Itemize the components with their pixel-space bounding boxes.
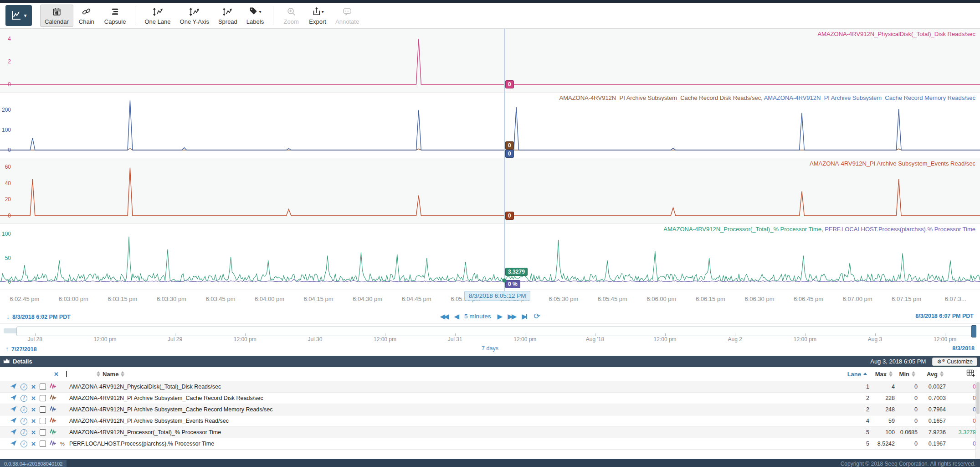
table-row[interactable]: i✕AMAZONA-4RV912N_PI Archive Subsystem_C… xyxy=(0,393,980,404)
step-back-button[interactable]: ◀ xyxy=(454,312,458,321)
display-range-start[interactable]: ↓8/3/2018 6:02 PM PDT xyxy=(6,313,71,320)
y-axis-tick: 100 xyxy=(0,231,11,237)
toolbar-button-chain[interactable]: Chain xyxy=(73,5,100,27)
row-checkbox[interactable] xyxy=(40,429,46,436)
x-axis-tick-label: 6:03:30 pm xyxy=(147,296,196,302)
toolbar-button-one-y-axis[interactable]: One Y-Axis xyxy=(175,5,214,27)
row-min: 0 xyxy=(895,395,918,401)
sort-avg-control[interactable] xyxy=(940,371,944,377)
customize-button[interactable]: ⚙⚙ Customize xyxy=(932,358,977,366)
step-to-now-button[interactable]: ▶ xyxy=(522,312,527,321)
lane-label[interactable]: AMAZONA-4RV912N_Processor(_Total)_% Proc… xyxy=(663,226,975,233)
slider-start-date[interactable]: ↑7/27/2018 xyxy=(5,345,37,353)
chart-lanes: 420AMAZONA-4RV912N_PhysicalDisk(_Total)_… xyxy=(0,29,980,290)
chart-lane-1[interactable]: 420AMAZONA-4RV912N_PhysicalDisk(_Total)_… xyxy=(0,29,980,93)
row-name[interactable]: AMAZONA-4RV912N_PI Archive Subsystem_Cac… xyxy=(67,406,846,413)
column-header-min[interactable]: Min xyxy=(899,371,909,378)
remove-icon[interactable]: ✕ xyxy=(31,418,36,425)
remove-icon[interactable]: ✕ xyxy=(31,395,36,402)
remove-icon[interactable]: ✕ xyxy=(31,441,36,447)
row-checkbox[interactable] xyxy=(40,406,46,413)
step-forward-button[interactable]: ▶ xyxy=(498,312,502,321)
trend-chart-area[interactable]: 420AMAZONA-4RV912N_PhysicalDisk(_Total)_… xyxy=(0,29,980,323)
column-header-avg[interactable]: Avg xyxy=(927,371,938,378)
lane-label[interactable]: AMAZONA-4RV912N_PhysicalDisk(_Total)_Dis… xyxy=(817,31,975,37)
row-name[interactable]: PERF.LOCALHOST.Process(piarchss).% Proce… xyxy=(67,441,846,447)
slider-selection[interactable] xyxy=(16,327,974,336)
view-selector-button[interactable]: ▾ xyxy=(5,5,32,26)
info-icon[interactable]: i xyxy=(21,395,27,402)
toolbar-button-one-lane[interactable]: One Lane xyxy=(140,5,175,27)
sort-lane-asc-icon[interactable] xyxy=(863,373,867,376)
column-header-max[interactable]: Max xyxy=(875,371,887,378)
signal-wave-icon xyxy=(50,440,56,447)
add-column-icon[interactable] xyxy=(966,369,976,379)
row-lane: 1 xyxy=(846,384,869,390)
chart-lane-2[interactable]: 2001000AMAZONA-4RV912N_PI Archive Subsys… xyxy=(0,93,980,158)
sort-name-control[interactable] xyxy=(121,371,124,377)
table-row[interactable]: i✕AMAZONA-4RV912N_Processor(_Total)_% Pr… xyxy=(0,427,980,438)
chart-lane-4[interactable]: 6040200AMAZONA-4RV912N_PI Archive Subsys… xyxy=(0,158,980,224)
table-scrollbar[interactable] xyxy=(975,381,980,459)
chain-icon xyxy=(82,6,91,17)
info-icon[interactable]: i xyxy=(21,406,27,413)
remove-icon[interactable]: ✕ xyxy=(31,429,36,436)
lane-label[interactable]: AMAZONA-4RV912N_PI Archive Subsystem_Eve… xyxy=(810,160,975,167)
slider-tick-label: 12:00 pm xyxy=(934,336,956,342)
refresh-icon[interactable]: ⟳ xyxy=(534,311,540,321)
sort-color-control[interactable] xyxy=(97,371,100,377)
remove-icon[interactable]: ✕ xyxy=(31,384,36,390)
slider-end-date[interactable]: 8/3/2018 xyxy=(952,345,975,352)
send-to-icon[interactable] xyxy=(10,405,17,414)
series-label[interactable]: AMAZONA-4RV912N_PhysicalDisk(_Total)_Dis… xyxy=(817,31,975,37)
slider-tick xyxy=(105,333,105,336)
remove-icon[interactable]: ✕ xyxy=(31,406,36,413)
table-row[interactable]: i✕AMAZONA-4RV912N_PhysicalDisk(_Total)_D… xyxy=(0,381,980,393)
info-icon[interactable]: i xyxy=(21,384,27,390)
send-to-icon[interactable] xyxy=(10,428,17,436)
table-row[interactable]: i✕AMAZONA-4RV912N_PI Archive Subsystem_E… xyxy=(0,415,980,427)
slider-tick-label: 12:00 pm xyxy=(794,336,816,342)
send-to-icon[interactable] xyxy=(10,440,17,448)
series-label[interactable]: AMAZONA-4RV912N_Processor(_Total)_% Proc… xyxy=(663,226,825,233)
row-checkbox[interactable] xyxy=(40,418,46,424)
series-label[interactable]: AMAZONA-4RV912N_PI Archive Subsystem_Eve… xyxy=(810,160,975,167)
toolbar-button-spread[interactable]: Spread xyxy=(214,5,242,27)
table-row[interactable]: i✕%PERF.LOCALHOST.Process(piarchss).% Pr… xyxy=(0,438,980,450)
step-back-half-button[interactable]: ◀◀ xyxy=(440,312,447,321)
display-range-end[interactable]: 8/3/2018 6:07 PM PDT xyxy=(915,313,974,319)
sort-min-control[interactable] xyxy=(912,371,915,377)
column-header-lane[interactable]: Lane xyxy=(847,371,861,378)
row-checkbox[interactable] xyxy=(40,441,46,447)
toolbar-button-capsule[interactable]: Capsule xyxy=(100,5,131,27)
send-to-icon[interactable] xyxy=(10,394,17,402)
x-axis-tick-label: 6:04:45 pm xyxy=(392,296,441,302)
step-forward-half-button[interactable]: ▶▶ xyxy=(508,312,515,321)
row-name[interactable]: AMAZONA-4RV912N_Processor(_Total)_% Proc… xyxy=(67,429,846,436)
row-name[interactable]: AMAZONA-4RV912N_PhysicalDisk(_Total)_Dis… xyxy=(67,384,846,390)
slider-duration[interactable]: 7 days xyxy=(482,345,498,352)
row-name[interactable]: AMAZONA-4RV912N_PI Archive Subsystem_Eve… xyxy=(67,418,846,424)
row-checkbox[interactable] xyxy=(40,395,46,401)
info-icon[interactable]: i xyxy=(21,441,27,447)
slider-handle[interactable] xyxy=(971,325,976,337)
series-label[interactable]: AMAZONA-4RV912N_PI Archive Subsystem_Cac… xyxy=(559,94,764,101)
series-label[interactable]: PERF.LOCALHOST.Process(piarchss).% Proce… xyxy=(825,226,975,233)
lane-label[interactable]: AMAZONA-4RV912N_PI Archive Subsystem_Cac… xyxy=(559,94,975,101)
toolbar-button-calendar[interactable]: Calendar xyxy=(40,5,73,27)
send-to-icon[interactable] xyxy=(10,417,17,425)
info-icon[interactable]: i xyxy=(21,418,27,425)
series-label[interactable]: AMAZONA-4RV912N_PI Archive Subsystem_Cac… xyxy=(764,94,975,101)
row-checkbox[interactable] xyxy=(40,384,46,390)
chart-lane-5[interactable]: 100500AMAZONA-4RV912N_Processor(_Total)_… xyxy=(0,224,980,290)
duration-label[interactable]: 5 minutes xyxy=(464,313,491,320)
send-to-icon[interactable] xyxy=(10,383,17,391)
sort-max-control[interactable] xyxy=(889,371,893,377)
table-row[interactable]: i✕AMAZONA-4RV912N_PI Archive Subsystem_C… xyxy=(0,404,980,415)
column-header-name[interactable]: Name xyxy=(103,371,118,378)
toolbar-button-export[interactable]: ▾ Export xyxy=(304,5,331,27)
row-name[interactable]: AMAZONA-4RV912N_PI Archive Subsystem_Cac… xyxy=(67,395,846,401)
toolbar-button-labels[interactable]: ▾ Labels xyxy=(242,5,268,27)
x-axis-tick-label: 6:06:15 pm xyxy=(686,296,735,302)
info-icon[interactable]: i xyxy=(21,429,27,436)
